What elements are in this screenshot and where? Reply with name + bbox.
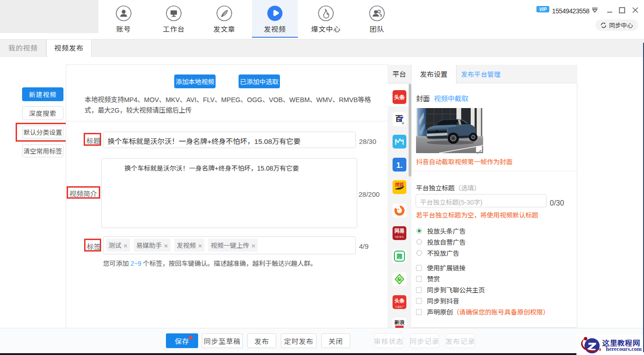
svg-text:家: 家: [402, 121, 405, 125]
svg-text:搜狐: 搜狐: [395, 181, 404, 188]
svg-text:新浪: 新浪: [394, 318, 405, 326]
svg-text:趣: 趣: [396, 252, 403, 260]
